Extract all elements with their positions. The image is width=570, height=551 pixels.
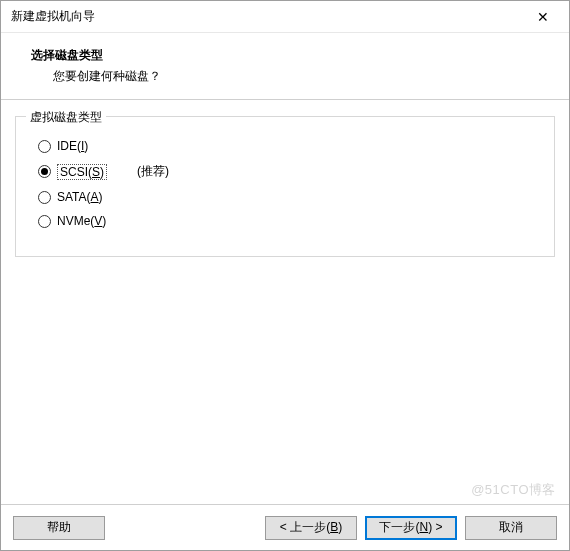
close-icon: ✕	[537, 10, 549, 24]
radio-label: SATA(A)	[57, 190, 103, 204]
wizard-footer: 帮助 < 上一步(B) 下一步(N) > 取消	[1, 504, 569, 550]
close-button[interactable]: ✕	[523, 3, 563, 31]
help-button[interactable]: 帮助	[13, 516, 105, 540]
titlebar: 新建虚拟机向导 ✕	[1, 1, 569, 33]
back-button-label: < 上一步(B)	[280, 519, 342, 536]
radio-icon	[38, 191, 51, 204]
disk-type-option-scsi[interactable]: SCSI(S)(推荐)	[38, 163, 538, 180]
disk-type-group: 虚拟磁盘类型 IDE(I)SCSI(S)(推荐)SATA(A)NVMe(V)	[15, 116, 555, 257]
radio-icon	[38, 140, 51, 153]
radio-label: NVMe(V)	[57, 214, 106, 228]
radio-label: IDE(I)	[57, 139, 88, 153]
radio-label: SCSI(S)	[57, 164, 107, 180]
disk-type-option-sata[interactable]: SATA(A)	[38, 190, 538, 204]
group-legend: 虚拟磁盘类型	[26, 109, 106, 126]
page-subtitle: 您要创建何种磁盘？	[31, 68, 545, 85]
next-button-label: 下一步(N) >	[379, 519, 442, 536]
back-button[interactable]: < 上一步(B)	[265, 516, 357, 540]
recommended-label: (推荐)	[137, 163, 169, 180]
radio-icon	[38, 165, 51, 178]
cancel-button[interactable]: 取消	[465, 516, 557, 540]
cancel-button-label: 取消	[499, 519, 523, 536]
next-button[interactable]: 下一步(N) >	[365, 516, 457, 540]
wizard-header: 选择磁盘类型 您要创建何种磁盘？	[1, 33, 569, 100]
disk-type-option-nvme[interactable]: NVMe(V)	[38, 214, 538, 228]
radio-icon	[38, 215, 51, 228]
help-button-label: 帮助	[47, 519, 71, 536]
wizard-dialog: 新建虚拟机向导 ✕ 选择磁盘类型 您要创建何种磁盘？ 虚拟磁盘类型 IDE(I)…	[0, 0, 570, 551]
disk-type-option-ide[interactable]: IDE(I)	[38, 139, 538, 153]
window-title: 新建虚拟机向导	[11, 8, 95, 25]
wizard-body: 虚拟磁盘类型 IDE(I)SCSI(S)(推荐)SATA(A)NVMe(V)	[1, 100, 569, 504]
page-title: 选择磁盘类型	[31, 47, 545, 64]
